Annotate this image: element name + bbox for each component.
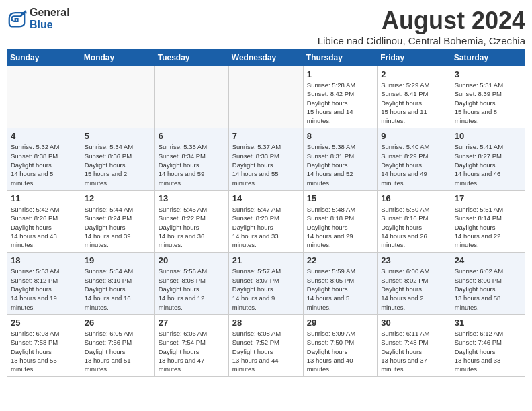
- calendar-cell: 31Sunrise: 6:12 AMSunset: 7:46 PMDayligh…: [451, 314, 525, 376]
- title-area: August 2024 Libice nad Cidlinou, Central…: [318, 7, 525, 46]
- cell-content: Sunrise: 6:06 AMSunset: 7:54 PMDaylight …: [159, 329, 225, 373]
- calendar-cell: 15Sunrise: 5:48 AMSunset: 8:18 PMDayligh…: [303, 190, 377, 252]
- logo-text: General Blue: [30, 7, 70, 30]
- cell-content: Sunrise: 5:40 AMSunset: 8:29 PMDaylight …: [381, 142, 447, 187]
- day-number: 1: [307, 69, 373, 79]
- calendar-cell: 24Sunrise: 6:02 AMSunset: 8:00 PMDayligh…: [451, 253, 525, 314]
- calendar-cell: 27Sunrise: 6:06 AMSunset: 7:54 PMDayligh…: [154, 314, 228, 376]
- cell-content: Sunrise: 5:32 AMSunset: 8:38 PMDaylight …: [11, 142, 77, 187]
- day-number: 2: [381, 69, 447, 79]
- calendar-week-row: 4Sunrise: 5:32 AMSunset: 8:38 PMDaylight…: [7, 128, 525, 190]
- cell-content: Sunrise: 5:57 AMSunset: 8:07 PMDaylight …: [232, 267, 300, 311]
- calendar-cell: [228, 66, 303, 128]
- day-number: 28: [232, 318, 300, 328]
- calendar-cell: 3Sunrise: 5:31 AMSunset: 8:39 PMDaylight…: [451, 66, 525, 128]
- weekday-header-wednesday: Wednesday: [228, 50, 303, 66]
- weekday-header-friday: Friday: [378, 50, 451, 66]
- day-number: 31: [455, 318, 521, 328]
- calendar-week-row: 25Sunrise: 6:03 AMSunset: 7:58 PMDayligh…: [7, 314, 525, 376]
- cell-content: Sunrise: 6:03 AMSunset: 7:58 PMDaylight …: [11, 329, 77, 373]
- day-number: 3: [455, 69, 521, 79]
- day-number: 10: [455, 131, 521, 141]
- page-header: General Blue August 2024 Libice nad Cidl…: [7, 7, 525, 46]
- day-number: 24: [455, 255, 521, 265]
- logo: General Blue: [7, 7, 70, 30]
- day-number: 14: [232, 193, 300, 203]
- cell-content: Sunrise: 5:53 AMSunset: 8:12 PMDaylight …: [11, 267, 77, 311]
- day-number: 19: [85, 255, 151, 265]
- day-number: 15: [307, 193, 373, 203]
- calendar-week-row: 1Sunrise: 5:28 AMSunset: 8:42 PMDaylight…: [7, 66, 525, 128]
- calendar-cell: 6Sunrise: 5:35 AMSunset: 8:34 PMDaylight…: [154, 128, 228, 190]
- day-number: 29: [307, 318, 373, 328]
- cell-content: Sunrise: 5:35 AMSunset: 8:34 PMDaylight …: [159, 142, 225, 187]
- calendar-cell: 1Sunrise: 5:28 AMSunset: 8:42 PMDaylight…: [303, 66, 377, 128]
- weekday-header-tuesday: Tuesday: [154, 50, 228, 66]
- logo-blue: Blue: [30, 19, 70, 31]
- cell-content: Sunrise: 6:11 AMSunset: 7:48 PMDaylight …: [381, 329, 447, 373]
- cell-content: Sunrise: 5:31 AMSunset: 8:39 PMDaylight …: [455, 81, 521, 125]
- cell-content: Sunrise: 6:12 AMSunset: 7:46 PMDaylight …: [455, 329, 521, 373]
- cell-content: Sunrise: 6:00 AMSunset: 8:02 PMDaylight …: [381, 267, 447, 311]
- logo-icon: [7, 9, 27, 29]
- calendar-cell: 10Sunrise: 5:41 AMSunset: 8:27 PMDayligh…: [451, 128, 525, 190]
- day-number: 16: [381, 193, 447, 203]
- cell-content: Sunrise: 5:48 AMSunset: 8:18 PMDaylight …: [307, 205, 373, 249]
- calendar-cell: 4Sunrise: 5:32 AMSunset: 8:38 PMDaylight…: [7, 128, 81, 190]
- cell-content: Sunrise: 5:28 AMSunset: 8:42 PMDaylight …: [307, 81, 373, 125]
- calendar-cell: 18Sunrise: 5:53 AMSunset: 8:12 PMDayligh…: [7, 253, 81, 314]
- calendar-cell: 21Sunrise: 5:57 AMSunset: 8:07 PMDayligh…: [228, 253, 303, 314]
- calendar-cell: 8Sunrise: 5:38 AMSunset: 8:31 PMDaylight…: [303, 128, 377, 190]
- calendar-cell: 5Sunrise: 5:34 AMSunset: 8:36 PMDaylight…: [81, 128, 154, 190]
- day-number: 27: [159, 318, 225, 328]
- weekday-header-saturday: Saturday: [451, 50, 525, 66]
- weekday-header-sunday: Sunday: [7, 50, 81, 66]
- calendar-cell: [7, 66, 81, 128]
- day-number: 30: [381, 318, 447, 328]
- cell-content: Sunrise: 5:41 AMSunset: 8:27 PMDaylight …: [455, 142, 521, 187]
- cell-content: Sunrise: 5:59 AMSunset: 8:05 PMDaylight …: [307, 267, 373, 311]
- cell-content: Sunrise: 5:56 AMSunset: 8:08 PMDaylight …: [159, 267, 225, 311]
- day-number: 7: [232, 131, 300, 141]
- calendar-cell: 13Sunrise: 5:45 AMSunset: 8:22 PMDayligh…: [154, 190, 228, 252]
- calendar-table: SundayMondayTuesdayWednesdayThursdayFrid…: [7, 49, 525, 377]
- calendar-cell: 26Sunrise: 6:05 AMSunset: 7:56 PMDayligh…: [81, 314, 154, 376]
- calendar-cell: 19Sunrise: 5:54 AMSunset: 8:10 PMDayligh…: [81, 253, 154, 314]
- day-number: 13: [159, 193, 225, 203]
- day-number: 21: [232, 255, 300, 265]
- cell-content: Sunrise: 5:45 AMSunset: 8:22 PMDaylight …: [159, 205, 225, 249]
- calendar-cell: 12Sunrise: 5:44 AMSunset: 8:24 PMDayligh…: [81, 190, 154, 252]
- day-number: 17: [455, 193, 521, 203]
- cell-content: Sunrise: 5:50 AMSunset: 8:16 PMDaylight …: [381, 205, 447, 249]
- day-number: 25: [11, 318, 77, 328]
- calendar-cell: 9Sunrise: 5:40 AMSunset: 8:29 PMDaylight…: [378, 128, 451, 190]
- cell-content: Sunrise: 5:42 AMSunset: 8:26 PMDaylight …: [11, 205, 77, 249]
- calendar-cell: 22Sunrise: 5:59 AMSunset: 8:05 PMDayligh…: [303, 253, 377, 314]
- day-number: 23: [381, 255, 447, 265]
- calendar-cell: 23Sunrise: 6:00 AMSunset: 8:02 PMDayligh…: [378, 253, 451, 314]
- day-number: 8: [307, 131, 373, 141]
- month-title: August 2024: [318, 7, 525, 35]
- day-number: 5: [85, 131, 151, 141]
- day-number: 11: [11, 193, 77, 203]
- day-number: 20: [159, 255, 225, 265]
- calendar-cell: 17Sunrise: 5:51 AMSunset: 8:14 PMDayligh…: [451, 190, 525, 252]
- weekday-header-thursday: Thursday: [303, 50, 377, 66]
- cell-content: Sunrise: 5:37 AMSunset: 8:33 PMDaylight …: [232, 142, 300, 187]
- day-number: 26: [85, 318, 151, 328]
- calendar-cell: 7Sunrise: 5:37 AMSunset: 8:33 PMDaylight…: [228, 128, 303, 190]
- cell-content: Sunrise: 6:05 AMSunset: 7:56 PMDaylight …: [85, 329, 151, 373]
- day-number: 12: [85, 193, 151, 203]
- calendar-cell: [81, 66, 154, 128]
- calendar-week-row: 11Sunrise: 5:42 AMSunset: 8:26 PMDayligh…: [7, 190, 525, 252]
- day-number: 22: [307, 255, 373, 265]
- day-number: 6: [159, 131, 225, 141]
- calendar-cell: 11Sunrise: 5:42 AMSunset: 8:26 PMDayligh…: [7, 190, 81, 252]
- day-number: 9: [381, 131, 447, 141]
- day-number: 18: [11, 255, 77, 265]
- cell-content: Sunrise: 6:08 AMSunset: 7:52 PMDaylight …: [232, 329, 300, 373]
- logo-general: General: [30, 7, 70, 19]
- weekday-header-row: SundayMondayTuesdayWednesdayThursdayFrid…: [7, 50, 525, 66]
- cell-content: Sunrise: 6:02 AMSunset: 8:00 PMDaylight …: [455, 267, 521, 311]
- calendar-cell: 14Sunrise: 5:47 AMSunset: 8:20 PMDayligh…: [228, 190, 303, 252]
